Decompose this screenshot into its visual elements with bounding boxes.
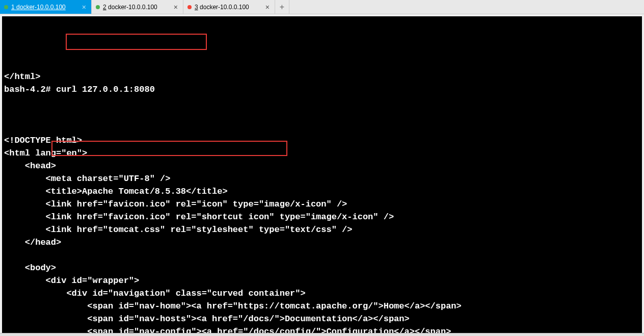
tab-1[interactable]: 1 docker-10.0.0.100 × [0, 0, 92, 14]
tab-number: 1 [11, 4, 15, 11]
tab-label: 2 docker-10.0.0.100 [103, 4, 170, 11]
terminal-output[interactable]: </html> bash-4.2# curl 127.0.0.1:8080 <!… [2, 16, 642, 333]
status-bar [0, 333, 644, 336]
tab-number: 3 [195, 4, 198, 11]
close-icon[interactable]: × [173, 4, 179, 11]
tab-3[interactable]: 3 docker-10.0.0.100 × [183, 0, 275, 14]
tab-label: 1 docker-10.0.0.100 [11, 4, 78, 11]
status-dot-icon [96, 5, 100, 9]
tab-label: 3 docker-10.0.0.100 [195, 4, 261, 11]
status-dot-icon [4, 5, 8, 9]
new-tab-button[interactable]: + [275, 0, 289, 14]
app-window: 1 docker-10.0.0.100 × 2 docker-10.0.0.10… [0, 0, 644, 336]
annotation-box [66, 34, 207, 50]
tab-2[interactable]: 2 docker-10.0.0.100 × [92, 0, 183, 14]
tab-number: 2 [103, 4, 106, 11]
status-dot-icon [187, 5, 192, 9]
close-icon[interactable]: × [81, 4, 87, 11]
close-icon[interactable]: × [264, 4, 271, 11]
tab-bar: 1 docker-10.0.0.100 × 2 docker-10.0.0.10… [0, 0, 644, 14]
